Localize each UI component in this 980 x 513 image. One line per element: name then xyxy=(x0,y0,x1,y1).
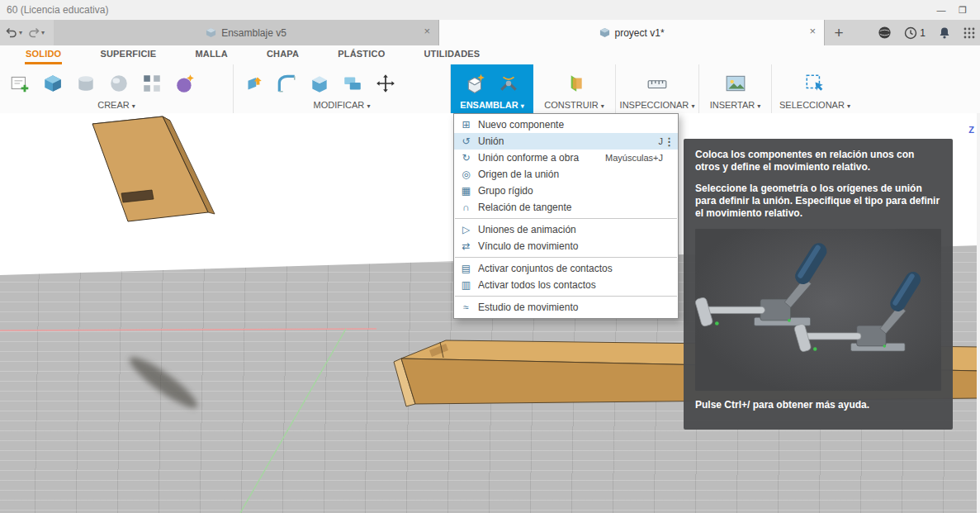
joint-icon: ↺ xyxy=(459,135,473,147)
document-icon xyxy=(206,27,216,38)
menu-item-uniones-de-animacion[interactable]: ▷ Uniones de animación xyxy=(454,221,678,238)
pattern-icon[interactable] xyxy=(139,69,165,97)
document-tab-bar: ▾ ▾ Ensamblaje v5 × proyect v1* × + xyxy=(0,20,980,45)
menu-item-label: Estudio de movimiento xyxy=(478,302,673,313)
vertical-board[interactable] xyxy=(92,116,215,221)
new-tab-button[interactable]: + xyxy=(825,20,853,45)
construction-plane-icon[interactable] xyxy=(561,69,588,97)
menu-separator xyxy=(455,257,677,258)
chevron-down-icon: ▾ xyxy=(132,102,135,110)
contact-sets-icon: ▤ xyxy=(459,263,473,274)
menu-item-label: Activar conjuntos de contactos xyxy=(478,263,673,274)
menu-item-union[interactable]: ↺ Unión J ⋮ xyxy=(454,133,678,150)
menu-item-label: Nuevo componente xyxy=(478,119,673,131)
menu-item-origen-de-la-union[interactable]: ◎ Origen de la unión xyxy=(454,166,678,183)
ribbon-tab-plastico[interactable]: PLÁSTICO xyxy=(337,49,386,64)
document-tab-proyect[interactable]: proyect v1* × xyxy=(439,20,825,45)
insert-image-icon[interactable] xyxy=(722,69,749,97)
redo-caret-icon[interactable]: ▾ xyxy=(41,29,45,36)
extensions-icon[interactable] xyxy=(878,26,892,40)
document-tab-label: proyect v1* xyxy=(615,27,665,39)
tangent-relation-icon: ∩ xyxy=(459,202,473,213)
menu-item-nuevo-componente[interactable]: ⊞ Nuevo componente xyxy=(454,116,678,133)
menu-item-label: Grupo rígido xyxy=(478,185,673,197)
group-label-crear[interactable]: CREAR ▾ xyxy=(0,100,233,113)
more-options-icon[interactable]: ⋮ xyxy=(664,135,675,148)
document-tab-label: Ensamblaje v5 xyxy=(221,27,286,39)
viewport-right-edge xyxy=(977,113,980,513)
group-label-ensamblar[interactable]: ENSAMBLAR ▾ xyxy=(451,100,533,113)
chevron-down-icon: ▾ xyxy=(521,102,524,110)
joint-origin-icon: ◎ xyxy=(459,169,473,180)
redo-icon[interactable] xyxy=(27,26,40,40)
group-label-insertar[interactable]: INSERTAR ▾ xyxy=(699,100,771,113)
move-copy-icon[interactable] xyxy=(372,69,399,97)
cylinder-icon[interactable] xyxy=(73,69,99,97)
group-label-modificar[interactable]: MODIFICAR ▾ xyxy=(234,100,450,113)
motion-study-icon: ≈ xyxy=(459,302,473,313)
job-status-icon[interactable]: 1 xyxy=(904,26,926,40)
ribbon-tab-superficie[interactable]: SUPERFICIE xyxy=(99,49,157,64)
new-component-icon[interactable] xyxy=(462,69,489,97)
ribbon-toolbar: CREAR ▾ MODIFICAR ▾ ENSAMBL xyxy=(0,64,980,114)
shell-icon[interactable] xyxy=(306,69,333,97)
menu-item-relacion-de-tangente[interactable]: ∩ Relación de tangente xyxy=(454,199,678,216)
menu-item-activar-todos-los-contactos[interactable]: ▥ Activar todos los contactos xyxy=(454,277,678,293)
chevron-down-icon: ▾ xyxy=(601,102,604,110)
fusion-window: 60 (Licencia educativa) — ❐ ▾ ▾ Ensambla… xyxy=(0,0,980,513)
undo-icon[interactable] xyxy=(5,26,18,40)
group-label-inspeccionar[interactable]: INSPECCIONAR ▾ xyxy=(616,100,698,113)
create-sketch-icon[interactable] xyxy=(7,69,33,97)
select-icon[interactable] xyxy=(802,69,828,97)
menu-item-label: Activar todos los contactos xyxy=(478,279,673,291)
animate-joints-icon: ▷ xyxy=(459,224,473,235)
nav-history-controls: ▾ ▾ xyxy=(0,20,54,45)
new-component-icon: ⊞ xyxy=(459,119,473,131)
menu-item-label: Origen de la unión xyxy=(478,169,673,180)
all-contacts-icon: ▥ xyxy=(459,279,473,291)
apps-grid-icon[interactable] xyxy=(963,27,975,39)
job-count-badge: 1 xyxy=(920,27,926,39)
undo-caret-icon[interactable]: ▾ xyxy=(19,29,22,36)
chevron-down-icon: ▾ xyxy=(691,102,694,110)
menu-item-label: Uniones de animación xyxy=(478,224,673,235)
window-title: 60 (Licencia educativa) xyxy=(7,4,930,16)
ribbon-tab-utilidades[interactable]: UTILIDADES xyxy=(423,49,481,64)
maximize-button[interactable]: ❐ xyxy=(952,5,973,16)
sphere-icon[interactable] xyxy=(106,69,132,97)
tooltip-footer: Pulse Ctrl+/ para obtener más ayuda. xyxy=(695,399,941,411)
box-icon[interactable] xyxy=(40,69,66,97)
document-tab-ensamblaje[interactable]: Ensamblaje v5 × xyxy=(54,20,439,45)
combine-icon[interactable] xyxy=(339,69,366,97)
ribbon-tab-malla[interactable]: MALLA xyxy=(194,49,229,64)
toolbar-group-construir: CONSTRUIR ▾ xyxy=(533,64,616,113)
menu-item-shortcut: J xyxy=(659,136,664,146)
ribbon-tab-chapa[interactable]: CHAPA xyxy=(266,49,300,64)
toolbar-group-crear: CREAR ▾ xyxy=(0,64,234,113)
joint-icon[interactable] xyxy=(495,69,522,97)
menu-separator xyxy=(455,296,677,297)
toolbar-group-ensamblar[interactable]: ENSAMBLAR ▾ xyxy=(451,64,533,113)
group-label-seleccionar[interactable]: SELECCIONAR ▾ xyxy=(772,100,858,113)
measure-icon[interactable] xyxy=(644,69,670,97)
menu-item-shortcut: Mayúsculas+J xyxy=(605,153,663,163)
menu-item-union-conforme-a-obra[interactable]: ↻ Unión conforme a obra Mayúsculas+J xyxy=(454,150,678,166)
close-tab-icon[interactable]: × xyxy=(424,26,430,36)
menu-item-label: Vínculo de movimiento xyxy=(478,240,673,252)
rigid-group-icon: ▦ xyxy=(459,185,473,197)
group-label-construir[interactable]: CONSTRUIR ▾ xyxy=(533,100,615,113)
close-tab-icon[interactable]: × xyxy=(809,26,816,36)
press-pull-icon[interactable] xyxy=(240,69,267,97)
notifications-bell-icon[interactable] xyxy=(938,26,951,40)
menu-item-grupo-rigido[interactable]: ▦ Grupo rígido xyxy=(454,183,678,199)
form-icon[interactable] xyxy=(172,69,198,97)
minimize-button[interactable]: — xyxy=(930,5,952,15)
fillet-icon[interactable] xyxy=(273,69,300,97)
ribbon-tab-solido[interactable]: SOLIDO xyxy=(25,49,62,64)
toolbar-group-modificar: MODIFICAR ▾ xyxy=(234,64,451,113)
menu-item-activar-conjuntos-de-contactos[interactable]: ▤ Activar conjuntos de contactos xyxy=(454,260,678,277)
chevron-down-icon: ▾ xyxy=(757,102,760,110)
toolbar-group-seleccionar: SELECCIONAR ▾ xyxy=(772,64,858,113)
menu-item-vinculo-de-movimiento[interactable]: ⇄ Vínculo de movimiento xyxy=(454,238,678,254)
menu-item-estudio-de-movimiento[interactable]: ≈ Estudio de movimiento xyxy=(454,299,678,316)
